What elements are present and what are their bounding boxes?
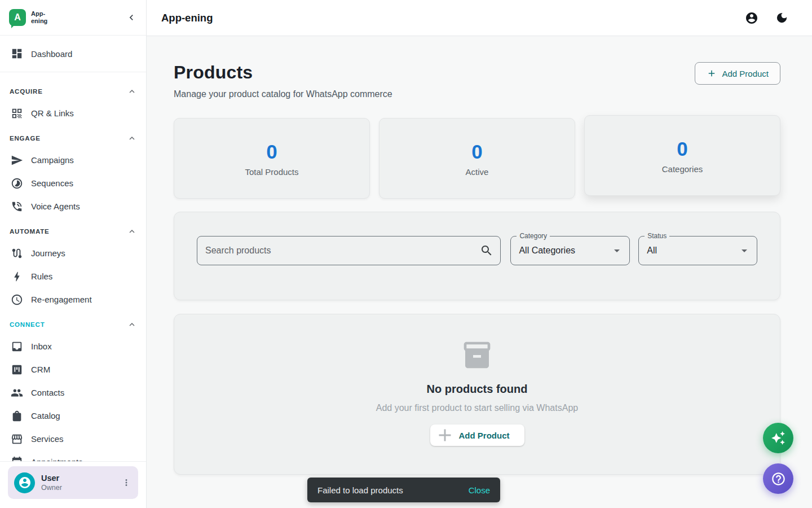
archive-box-icon: [461, 339, 493, 371]
sidebar-item-catalog[interactable]: Catalog: [0, 404, 146, 427]
status-select-label: Status: [645, 232, 669, 240]
user-name: User: [41, 474, 119, 483]
sidebar-item-label: QR & Links: [31, 108, 74, 118]
calendar-icon: [11, 456, 23, 462]
sidebar-item-inbox[interactable]: Inbox: [0, 335, 146, 358]
chevron-left-icon: [126, 12, 137, 23]
chevron-up-icon: [127, 133, 137, 143]
toast-close-button[interactable]: Close: [469, 485, 490, 495]
sidebar-item-dashboard[interactable]: Dashboard: [0, 41, 146, 66]
section-header-automate[interactable]: AUTOMATE: [0, 218, 146, 242]
brand-name-line1: App-: [31, 10, 47, 17]
sidebar-item-appointments[interactable]: Appointments: [0, 450, 146, 461]
clock-icon: [11, 294, 23, 306]
search-icon: [480, 244, 493, 257]
storefront-icon: [11, 433, 23, 445]
dots-vertical-icon: [121, 478, 131, 488]
sidebar-item-label: Contacts: [31, 388, 64, 397]
topbar-actions: [745, 11, 788, 25]
section-label: CONNECT: [10, 321, 45, 328]
search-input[interactable]: [205, 246, 480, 256]
route-icon: [11, 247, 23, 260]
status-select[interactable]: Status All: [638, 236, 757, 265]
phone-in-talk-icon: [11, 200, 23, 213]
sidebar-item-crm[interactable]: CRM: [0, 358, 146, 381]
sidebar-nav: Dashboard ACQUIRE QR & Links ENGAGE Camp…: [0, 36, 146, 461]
empty-state-add-product-button[interactable]: Add Product: [430, 424, 524, 446]
sidebar-item-contacts[interactable]: Contacts: [0, 381, 146, 404]
sidebar-item-services[interactable]: Services: [0, 427, 146, 450]
dashboard-icon: [11, 47, 23, 60]
sidebar-item-campaigns[interactable]: Campaigns: [0, 148, 146, 172]
sidebar-item-label: Catalog: [31, 411, 60, 421]
category-select-label: Category: [517, 232, 550, 240]
page-header: Products Manage your product catalog for…: [174, 62, 780, 99]
section-header-connect[interactable]: CONNECT: [0, 311, 146, 335]
stats-row: 0 Total Products 0 Active 0 Categories: [174, 118, 780, 199]
filters-card: Category All Categories Status All: [174, 212, 780, 300]
toast-notification: Failed to load products Close: [307, 478, 500, 502]
bolt-icon: [11, 270, 23, 283]
brand-name-line2: ening: [31, 17, 47, 25]
section-label: AUTOMATE: [10, 228, 50, 235]
ai-assistant-fab[interactable]: [763, 423, 793, 453]
caret-down-icon: [738, 244, 751, 257]
stat-label: Active: [466, 167, 489, 177]
dark-mode-moon-icon[interactable]: [775, 11, 788, 24]
toast-message: Failed to load products: [317, 485, 469, 495]
stat-card-active: 0 Active: [379, 118, 575, 199]
app-logo: A: [9, 9, 26, 26]
sidebar-item-sequences[interactable]: Sequences: [0, 172, 146, 195]
stat-value: 0: [471, 141, 482, 163]
sidebar-item-journeys[interactable]: Journeys: [0, 242, 146, 265]
sidebar-item-label: Inbox: [31, 341, 52, 351]
user-role: Owner: [41, 484, 119, 492]
stat-card-categories: 0 Categories: [584, 115, 780, 196]
sidebar-logo-row: A App- ening: [0, 0, 146, 36]
shopping-bag-icon: [11, 410, 23, 422]
sidebar-item-qr-links[interactable]: QR & Links: [0, 102, 146, 125]
empty-state-card: No products found Add your first product…: [174, 314, 780, 475]
main-content: Products Manage your product catalog for…: [147, 36, 812, 508]
sidebar-item-label: Appointments: [31, 457, 83, 461]
account-circle-icon[interactable]: [745, 11, 758, 25]
status-select-value: All: [647, 246, 738, 256]
person-icon: [18, 476, 32, 489]
people-icon: [11, 387, 23, 399]
category-select[interactable]: Category All Categories: [510, 236, 630, 265]
app-logo-letter: A: [14, 12, 21, 23]
sidebar-item-label: Journeys: [31, 248, 65, 258]
sidebar-item-re-engagement[interactable]: Re-engagement: [0, 288, 146, 311]
divider: [0, 72, 146, 72]
sidebar-item-label: Dashboard: [31, 49, 72, 59]
stat-label: Total Products: [245, 167, 298, 177]
sidebar-footer: User Owner: [0, 461, 146, 508]
sidebar-collapse-button[interactable]: [126, 12, 137, 23]
section-label: ACQUIRE: [10, 88, 43, 95]
section-header-engage[interactable]: ENGAGE: [0, 125, 146, 148]
sidebar-item-label: Rules: [31, 271, 52, 281]
section-header-acquire[interactable]: ACQUIRE: [0, 78, 146, 102]
sidebar: A App- ening Dashboard ACQUIRE QR & Link…: [0, 0, 147, 508]
caret-down-icon: [610, 244, 624, 257]
sidebar-item-label: Sequences: [31, 178, 73, 188]
section-label: ENGAGE: [10, 135, 41, 142]
help-icon: [771, 471, 786, 487]
user-menu-button[interactable]: [119, 475, 134, 490]
user-card[interactable]: User Owner: [8, 466, 138, 499]
sidebar-item-label: CRM: [31, 365, 50, 374]
avatar: [14, 472, 35, 493]
help-fab[interactable]: [763, 463, 793, 494]
page-title: Products: [174, 62, 392, 83]
sidebar-item-label: Voice Agents: [31, 202, 80, 211]
sparkles-icon: [771, 431, 785, 445]
brand-name: App- ening: [31, 10, 47, 24]
add-product-button[interactable]: Add Product: [695, 62, 780, 85]
inbox-icon: [11, 340, 23, 353]
sidebar-item-label: Services: [31, 434, 64, 444]
stat-card-total-products: 0 Total Products: [174, 118, 370, 199]
kanban-icon: [11, 364, 23, 376]
sidebar-item-voice-agents[interactable]: Voice Agents: [0, 195, 146, 218]
sidebar-item-rules[interactable]: Rules: [0, 265, 146, 288]
sidebar-item-label: Re-engagement: [31, 295, 92, 304]
